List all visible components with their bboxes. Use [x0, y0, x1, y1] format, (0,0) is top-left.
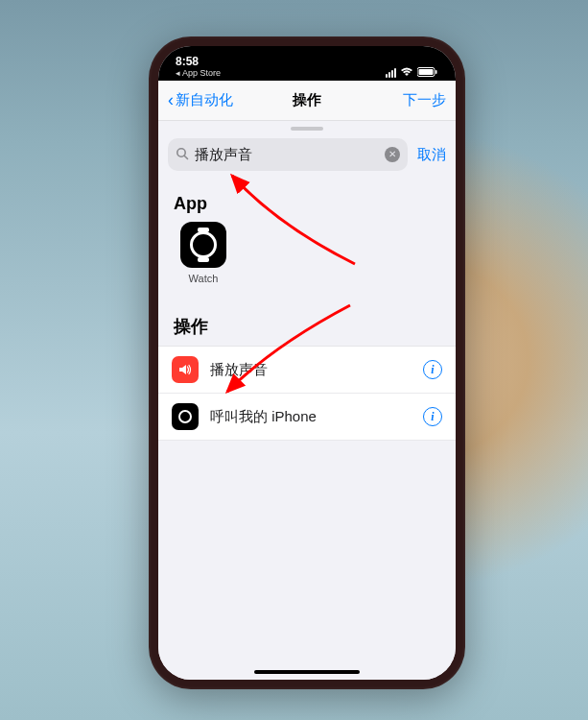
action-list: 播放声音 i 呼叫我的 iPhone i — [158, 346, 456, 441]
next-button[interactable]: 下一步 — [403, 91, 446, 109]
action-label: 播放声音 — [210, 361, 412, 379]
search-input[interactable] — [195, 147, 379, 163]
battery-icon — [417, 67, 438, 79]
app-label: Watch — [174, 273, 233, 284]
speaker-icon — [172, 356, 199, 383]
svg-line-4 — [184, 156, 187, 158]
results-content: App Watch 操作 播放声音 i — [158, 180, 456, 680]
watch-app-icon — [180, 222, 226, 268]
search-row: ✕ 取消 — [158, 134, 456, 180]
wifi-icon — [400, 67, 413, 79]
watch-icon — [172, 403, 199, 430]
search-icon — [176, 147, 189, 163]
back-button[interactable]: ‹ 新自动化 — [168, 90, 233, 110]
status-time: 8:58 — [176, 56, 221, 68]
home-indicator[interactable] — [254, 670, 360, 674]
phone-screen: 8:58 ◂ App Store ‹ 新自动化 操作 下一步 — [158, 46, 456, 680]
page-title: 操作 — [293, 91, 321, 109]
svg-rect-2 — [435, 70, 437, 74]
app-grid: Watch — [158, 222, 456, 301]
chevron-left-icon: ‹ — [168, 90, 174, 110]
cellular-signal-icon — [386, 68, 396, 78]
actions-section-header: 操作 — [158, 301, 456, 346]
action-play-sound[interactable]: 播放声音 i — [158, 347, 456, 394]
phone-frame: 8:58 ◂ App Store ‹ 新自动化 操作 下一步 — [149, 36, 465, 689]
nav-bar: ‹ 新自动化 操作 下一步 — [158, 81, 456, 121]
notch — [240, 46, 374, 69]
sheet-grabber[interactable] — [291, 127, 323, 131]
action-label: 呼叫我的 iPhone — [210, 408, 412, 426]
svg-rect-1 — [419, 69, 434, 75]
back-to-app-label[interactable]: ◂ App Store — [176, 69, 221, 79]
search-field[interactable]: ✕ — [168, 138, 408, 171]
apps-section-header: App — [158, 180, 456, 222]
app-watch[interactable]: Watch — [174, 222, 233, 284]
info-icon[interactable]: i — [423, 360, 442, 379]
action-ping-iphone[interactable]: 呼叫我的 iPhone i — [158, 394, 456, 441]
cancel-button[interactable]: 取消 — [417, 146, 446, 164]
back-label: 新自动化 — [176, 91, 233, 109]
clear-icon[interactable]: ✕ — [385, 147, 400, 162]
info-icon[interactable]: i — [423, 407, 442, 426]
